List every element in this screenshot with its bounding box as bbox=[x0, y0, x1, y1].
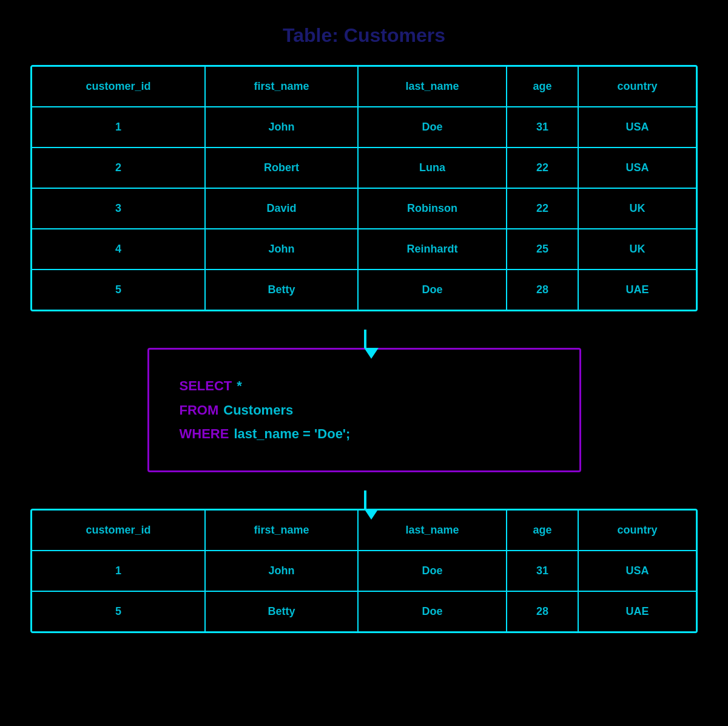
sql-line-1: SELECT * bbox=[180, 374, 549, 398]
table-cell: 1 bbox=[32, 107, 205, 148]
result-table: customer_idfirst_namelast_nameagecountry… bbox=[32, 511, 696, 631]
table-cell: Robert bbox=[205, 148, 358, 188]
source-header-row: customer_idfirst_namelast_nameagecountry bbox=[32, 67, 696, 107]
source-header-cell: country bbox=[578, 67, 696, 107]
table-cell: 25 bbox=[507, 229, 578, 270]
table-cell: Reinhardt bbox=[358, 229, 507, 270]
source-header-cell: first_name bbox=[205, 67, 358, 107]
source-header-cell: last_name bbox=[358, 67, 507, 107]
result-header-cell: first_name bbox=[205, 511, 358, 551]
result-header-cell: age bbox=[507, 511, 578, 551]
table-cell: Doe bbox=[358, 270, 507, 310]
table-cell: 4 bbox=[32, 229, 205, 270]
table-cell: UAE bbox=[578, 270, 696, 310]
table-cell: 5 bbox=[32, 270, 205, 310]
table-cell: John bbox=[205, 551, 358, 591]
table-row: 1JohnDoe31USA bbox=[32, 107, 696, 148]
sql-where-keyword: WHERE bbox=[180, 422, 229, 446]
table-row: 3DavidRobinson22UK bbox=[32, 188, 696, 229]
table-cell: 2 bbox=[32, 148, 205, 188]
sql-select-rest: * bbox=[237, 374, 242, 398]
sql-select-keyword: SELECT bbox=[180, 374, 232, 398]
table-cell: UK bbox=[578, 188, 696, 229]
table-row: 5BettyDoe28UAE bbox=[32, 270, 696, 310]
source-table: customer_idfirst_namelast_nameagecountry… bbox=[32, 67, 696, 310]
table-cell: 31 bbox=[507, 551, 578, 591]
result-table-body: 1JohnDoe31USA5BettyDoe28UAE bbox=[32, 551, 696, 631]
source-table-body: 1JohnDoe31USA2RobertLuna22USA3DavidRobin… bbox=[32, 107, 696, 310]
table-cell: USA bbox=[578, 107, 696, 148]
table-cell: Betty bbox=[205, 591, 358, 631]
table-cell: 3 bbox=[32, 188, 205, 229]
result-header-cell: country bbox=[578, 511, 696, 551]
table-cell: 22 bbox=[507, 148, 578, 188]
sql-box: SELECT * FROM Customers WHERE last_name … bbox=[147, 348, 581, 472]
table-cell: UAE bbox=[578, 591, 696, 631]
table-row: 5BettyDoe28UAE bbox=[32, 591, 696, 631]
table-cell: Robinson bbox=[358, 188, 507, 229]
sql-where-rest: last_name = 'Doe'; bbox=[234, 422, 350, 446]
table-cell: USA bbox=[578, 148, 696, 188]
table-cell: 31 bbox=[507, 107, 578, 148]
sql-from-keyword: FROM bbox=[180, 398, 219, 422]
source-header-cell: customer_id bbox=[32, 67, 205, 107]
table-row: 2RobertLuna22USA bbox=[32, 148, 696, 188]
source-header-cell: age bbox=[507, 67, 578, 107]
sql-line-2: FROM Customers bbox=[180, 398, 549, 422]
table-cell: John bbox=[205, 107, 358, 148]
table-cell: Doe bbox=[358, 551, 507, 591]
table-cell: 28 bbox=[507, 591, 578, 631]
table-cell: Doe bbox=[358, 591, 507, 631]
sql-from-rest: Customers bbox=[223, 398, 293, 422]
table-cell: 5 bbox=[32, 591, 205, 631]
table-row: 1JohnDoe31USA bbox=[32, 551, 696, 591]
table-cell: 22 bbox=[507, 188, 578, 229]
table-cell: John bbox=[205, 229, 358, 270]
source-table-wrapper: customer_idfirst_namelast_nameagecountry… bbox=[30, 65, 698, 311]
table-cell: USA bbox=[578, 551, 696, 591]
table-cell: UK bbox=[578, 229, 696, 270]
result-table-wrapper: customer_idfirst_namelast_nameagecountry… bbox=[30, 509, 698, 633]
table-cell: Doe bbox=[358, 107, 507, 148]
page-container: Table: Customers customer_idfirst_namela… bbox=[30, 24, 698, 633]
sql-line-3: WHERE last_name = 'Doe'; bbox=[180, 422, 549, 446]
table-cell: 28 bbox=[507, 270, 578, 310]
table-row: 4JohnReinhardt25UK bbox=[32, 229, 696, 270]
table-cell: Luna bbox=[358, 148, 507, 188]
table-cell: Betty bbox=[205, 270, 358, 310]
table-cell: David bbox=[205, 188, 358, 229]
table-cell: 1 bbox=[32, 551, 205, 591]
page-title: Table: Customers bbox=[283, 24, 445, 47]
source-table-header: customer_idfirst_namelast_nameagecountry bbox=[32, 67, 696, 107]
result-header-cell: last_name bbox=[358, 511, 507, 551]
result-header-cell: customer_id bbox=[32, 511, 205, 551]
